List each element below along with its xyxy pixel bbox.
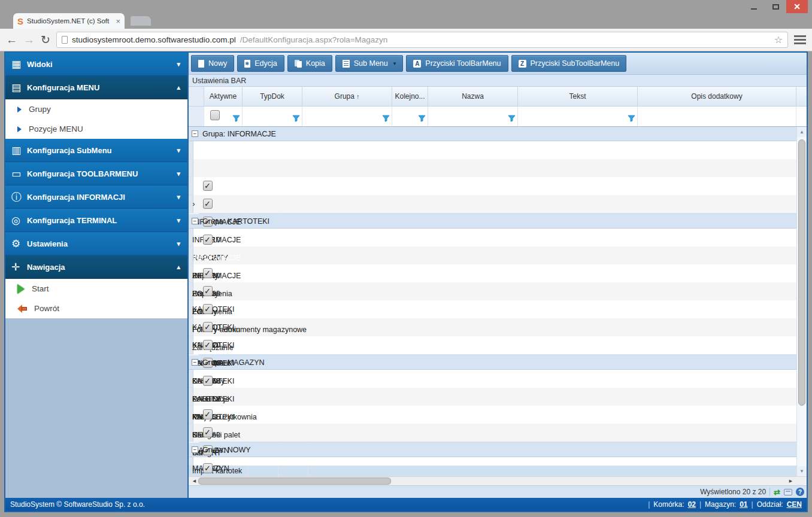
help-icon[interactable]: ?: [796, 488, 804, 496]
filter-cell-grupa[interactable]: [302, 107, 392, 126]
group-header-grupa-kartoteki[interactable]: −Grupa: KARTOTEKI: [189, 214, 796, 229]
minimize-button[interactable]: [743, 0, 765, 13]
vertical-scrollbar[interactable]: ▲ ▼: [796, 127, 807, 476]
bookmark-star-icon[interactable]: ☆: [774, 34, 783, 45]
filter-funnel-icon[interactable]: [232, 114, 240, 124]
horizontal-scroll-thumb[interactable]: [198, 478, 391, 485]
filter-funnel-icon[interactable]: [418, 114, 426, 124]
toolbar-button-nowy[interactable]: Nowy: [191, 55, 234, 72]
sidebar-item-nawigacja[interactable]: ✛Nawigacja▴: [5, 256, 187, 279]
filter-checkbox[interactable]: [210, 110, 220, 120]
table-row[interactable]: ✓KARTOTEKI60IMPORTImport kartotek: [189, 336, 796, 354]
scroll-down-icon[interactable]: ▼: [797, 466, 807, 476]
scroll-right-icon[interactable]: ▶: [786, 477, 795, 485]
filter-cell-kolejno[interactable]: [392, 107, 428, 126]
statusbar-value-kom-rka[interactable]: 02: [688, 500, 696, 509]
sidebar-item-widoki[interactable]: ▦Widoki▾: [5, 53, 187, 76]
sidebar-subitem-pozycje-menu[interactable]: Pozycje MENU: [5, 119, 187, 139]
export-grid-icon[interactable]: [784, 489, 792, 495]
statusbar-value-oddzia[interactable]: CEN: [787, 500, 802, 509]
table-row[interactable]: ✓INFORMACJE10RAPORTYRaportyRaporty: [189, 141, 796, 159]
table-row[interactable]: ✓KARTOTEKI52KNUSUsługiUsługi: [189, 300, 796, 318]
toolbar-button-kopia[interactable]: Kopia: [287, 55, 332, 72]
browser-menu-icon[interactable]: [794, 35, 806, 44]
sidebar-subitem-grupy[interactable]: Grupy: [5, 99, 187, 119]
checkbox-checked-icon[interactable]: ✓: [203, 304, 213, 314]
reload-button-icon[interactable]: ↻: [41, 34, 50, 45]
sidebar-item-konfiguracja-submenu[interactable]: ▥Konfiguracja SubMenu▾: [5, 139, 187, 162]
table-row[interactable]: ✓MAGAZYN70SEP: [189, 406, 796, 424]
table-row[interactable]: ✓KARTOTEKI50PALETYPaletyKartoteki palet: [189, 282, 796, 300]
browser-tab[interactable]: S StudioSystem.NET (c) Soft ×: [13, 13, 125, 29]
group-header-grupa-nowy[interactable]: −Grupa: NOWY: [189, 443, 796, 457]
filter-funnel-icon[interactable]: [292, 114, 300, 124]
maximize-button[interactable]: [765, 0, 786, 13]
checkbox-checked-icon[interactable]: ✓: [203, 340, 213, 350]
checkbox-checked-icon[interactable]: ✓: [203, 376, 213, 386]
collapse-minus-icon[interactable]: −: [192, 446, 198, 453]
sidebar-subitem-start[interactable]: Start: [5, 279, 187, 299]
collapse-minus-icon[interactable]: −: [192, 218, 198, 224]
table-row[interactable]: ✓: [189, 457, 796, 466]
new-tab-button[interactable]: [131, 16, 151, 26]
checkbox-checked-icon[interactable]: ✓: [203, 322, 213, 332]
filter-funnel-icon[interactable]: [628, 114, 635, 124]
column-header-tekst[interactable]: Tekst: [518, 87, 638, 106]
toolbar-button-przyciski-toolbarmenu[interactable]: APrzyciski ToolBarMenu: [406, 55, 508, 72]
filter-cell-opis-dodatkowy[interactable]: [638, 107, 796, 126]
sidebar-item-konfiguracja-toolbarmenu[interactable]: ▭Konfiguracja TOOLBARMENU▾: [5, 162, 187, 185]
url-bar[interactable]: studiosystemroot.demo.softwarestudio.com…: [56, 32, 788, 48]
statusbar-value-magazyn[interactable]: 01: [740, 500, 747, 509]
filter-funnel-icon[interactable]: [382, 114, 390, 124]
checkbox-checked-icon[interactable]: ✓: [203, 409, 213, 419]
checkbox-checked-icon[interactable]: ✓: [203, 427, 213, 437]
collapse-minus-icon[interactable]: −: [192, 130, 198, 137]
forward-button-icon[interactable]: →: [23, 34, 35, 45]
scroll-up-icon[interactable]: ▲: [797, 127, 807, 137]
group-header-grupa-magazyn[interactable]: −Grupa: MAGAZYN: [189, 355, 796, 370]
column-header-aktywne[interactable]: Aktywne: [204, 87, 243, 106]
vertical-scroll-thumb[interactable]: [798, 139, 805, 406]
toolbar-button-edycja[interactable]: Edycja: [237, 55, 284, 72]
table-row[interactable]: ›✓INFORMACJE30FOLFolderyFoldery - dokume…: [189, 177, 796, 195]
column-header-grupa[interactable]: Grupa↑: [302, 87, 392, 106]
filter-cell-aktywne[interactable]: [204, 107, 243, 126]
sidebar-item-ustawienia[interactable]: ⚙Ustawienia▾: [5, 232, 187, 256]
horizontal-scrollbar[interactable]: ◀ ▶: [189, 476, 807, 485]
table-row[interactable]: ✓MAGAZYN10PRZPrzyjęciaZlecenia i dokumen…: [189, 370, 796, 388]
table-row[interactable]: ✓MAGAZYN10WYDWydaniaZlecenia i dokumenty…: [189, 388, 796, 406]
column-header-typdok[interactable]: TypDok: [243, 87, 302, 106]
column-header-opis-dodatkowy[interactable]: Opis dodatkowy: [638, 87, 796, 106]
toolbar-button-sub-menu[interactable]: Sub Menu▾: [335, 55, 404, 72]
filter-cell-tekst[interactable]: [518, 107, 638, 126]
checkbox-checked-icon[interactable]: ✓: [203, 268, 213, 278]
table-row[interactable]: ✓KARTOTEKI20KNKONDostawcy: [189, 247, 796, 264]
scroll-left-icon[interactable]: ◀: [190, 477, 199, 485]
table-row[interactable]: ✓INFORMACJE20ZESTZestawieniaZestawienia: [189, 159, 796, 177]
toolbar-button-przyciski-subtoolbarmenu[interactable]: ZPrzyciski SubToolBarMenu: [511, 55, 627, 72]
checkbox-checked-icon[interactable]: ✓: [203, 463, 213, 473]
close-button[interactable]: ✕: [786, 0, 808, 13]
checkbox-checked-icon[interactable]: ✓: [203, 199, 213, 209]
filter-cell-nazwa[interactable]: [428, 107, 518, 126]
table-row[interactable]: ✓INFORMACJE30FOLAFoldery-adminZarządzani…: [189, 195, 796, 213]
filter-funnel-icon[interactable]: [508, 114, 516, 124]
table-row[interactable]: ✓KARTOTEKI30KNWMSLokalizacjeMiejsca użyt…: [189, 264, 796, 282]
tab-close-icon[interactable]: ×: [116, 17, 120, 26]
sidebar-subitem-powr-t[interactable]: Powrót: [5, 299, 187, 318]
back-button-icon[interactable]: ←: [6, 34, 17, 45]
sidebar-item-konfiguracja-terminal[interactable]: ◎Konfiguracja TERMINAL▾: [5, 209, 187, 232]
sidebar-item-konfiguracja-informacji[interactable]: ⓘKonfiguracja INFORMACJI▾: [5, 185, 187, 209]
checkbox-checked-icon[interactable]: ✓: [203, 235, 213, 245]
checkbox-checked-icon[interactable]: ✓: [203, 181, 213, 191]
checkbox-checked-icon[interactable]: ✓: [203, 286, 213, 296]
filter-cell-typdok[interactable]: [243, 107, 302, 126]
group-header-grupa-informacje[interactable]: −Grupa: INFORMACJE: [189, 127, 796, 141]
table-row[interactable]: ✓KARTOTEKI10KNASOAsortyment: [189, 229, 796, 247]
table-row[interactable]: ✓MAGAZYN90DPPALKarty paletoweRejestr kar…: [189, 424, 796, 442]
collapse-minus-icon[interactable]: −: [192, 359, 198, 366]
sidebar-item-konfiguracja-menu[interactable]: ▤Konfiguracja MENU▴: [5, 76, 187, 99]
column-header-kolejno[interactable]: Kolejno...: [392, 87, 428, 106]
column-header-nazwa[interactable]: Nazwa: [428, 87, 518, 106]
refresh-icon[interactable]: ⇄: [774, 488, 780, 497]
